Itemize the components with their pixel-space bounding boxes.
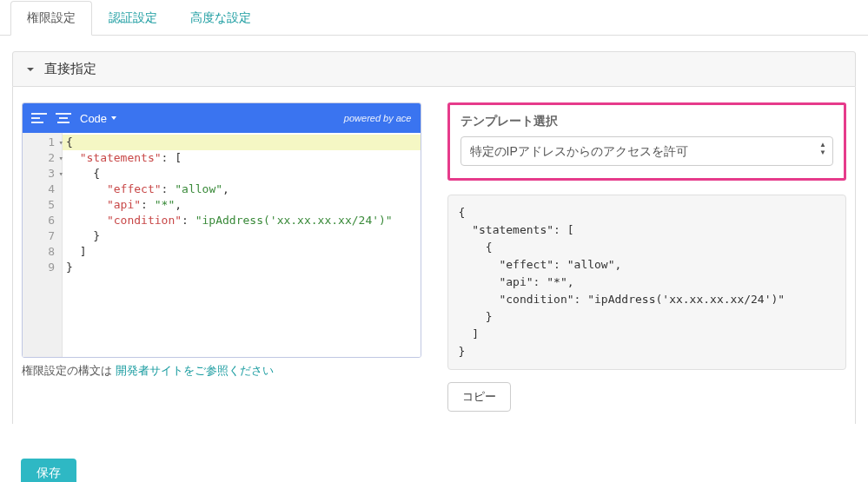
- tab-permission[interactable]: 権限設定: [10, 1, 92, 36]
- template-select-wrap: 特定のIPアドレスからのアクセスを許可 ▲▼: [461, 136, 834, 166]
- code-editor[interactable]: Code powered by ace 1▾2▾3▾456789 { "stat…: [22, 102, 421, 358]
- line-number: 6: [23, 213, 62, 228]
- tab-advanced[interactable]: 高度な設定: [174, 1, 268, 36]
- line-number: 1▾: [23, 135, 62, 150]
- editor-toolbar: Code powered by ace: [23, 103, 421, 133]
- code-line[interactable]: "effect": "allow",: [63, 182, 421, 197]
- syntax-helper-text: 権限設定の構文は 開発者サイトをご参照ください: [22, 363, 421, 379]
- code-line[interactable]: ]: [63, 244, 421, 260]
- powered-by-label: powered by ace: [344, 113, 412, 123]
- panel-header-direct[interactable]: 直接指定: [12, 51, 856, 87]
- template-select[interactable]: 特定のIPアドレスからのアクセスを許可: [461, 136, 834, 166]
- template-title: テンプレート選択: [461, 114, 834, 129]
- svg-rect-5: [57, 122, 70, 123]
- svg-rect-0: [31, 113, 47, 115]
- fold-marker-icon[interactable]: ▾: [59, 135, 63, 150]
- code-line[interactable]: }: [63, 228, 421, 244]
- code-line[interactable]: {: [63, 135, 421, 150]
- code-dropdown[interactable]: Code: [80, 112, 117, 125]
- svg-rect-4: [59, 117, 68, 119]
- line-number: 8: [23, 244, 62, 260]
- fold-marker-icon[interactable]: ▾: [59, 150, 63, 166]
- fold-marker-icon[interactable]: ▾: [59, 166, 63, 182]
- developer-site-link[interactable]: 開発者サイトをご参照ください: [116, 364, 274, 377]
- line-number-gutter: 1▾2▾3▾456789: [23, 133, 63, 357]
- line-number: 3▾: [23, 166, 62, 182]
- code-line[interactable]: "api": "*",: [63, 197, 421, 213]
- code-line[interactable]: }: [63, 260, 421, 275]
- editor-body[interactable]: 1▾2▾3▾456789 { "statements": [ { "effect…: [23, 133, 421, 357]
- align-left-icon[interactable]: [31, 112, 47, 124]
- left-column: Code powered by ace 1▾2▾3▾456789 { "stat…: [22, 102, 421, 412]
- panel-body: Code powered by ace 1▾2▾3▾456789 { "stat…: [12, 87, 856, 424]
- code-dropdown-label: Code: [80, 112, 107, 125]
- line-number: 7: [23, 228, 62, 244]
- caret-down-icon: [110, 115, 117, 122]
- footer: 保存: [21, 459, 856, 482]
- right-column: テンプレート選択 特定のIPアドレスからのアクセスを許可 ▲▼ { "state…: [447, 102, 847, 412]
- line-number: 2▾: [23, 150, 62, 166]
- panel-title: 直接指定: [44, 61, 96, 77]
- svg-rect-2: [31, 122, 43, 123]
- copy-button[interactable]: コピー: [447, 382, 511, 412]
- line-number: 9: [23, 260, 62, 275]
- tabs: 権限設定 認証設定 高度な設定: [0, 0, 868, 36]
- template-preview: { "statements": [ { "effect": "allow", "…: [447, 195, 847, 370]
- line-number: 4: [23, 182, 62, 197]
- svg-rect-3: [56, 113, 71, 115]
- svg-rect-1: [31, 117, 40, 119]
- save-button[interactable]: 保存: [21, 459, 76, 482]
- line-number: 5: [23, 197, 62, 213]
- chevron-down-icon: [25, 64, 36, 75]
- tab-auth[interactable]: 認証設定: [92, 1, 174, 36]
- align-center-icon[interactable]: [56, 112, 71, 124]
- code-line[interactable]: "statements": [: [63, 150, 421, 166]
- template-select-box: テンプレート選択 特定のIPアドレスからのアクセスを許可 ▲▼: [447, 102, 847, 181]
- helper-prefix: 権限設定の構文は: [22, 364, 116, 377]
- code-area[interactable]: { "statements": [ { "effect": "allow", "…: [63, 133, 421, 357]
- code-line[interactable]: {: [63, 166, 421, 182]
- code-line[interactable]: "condition": "ipAddress('xx.xx.xx.xx/24'…: [63, 213, 421, 228]
